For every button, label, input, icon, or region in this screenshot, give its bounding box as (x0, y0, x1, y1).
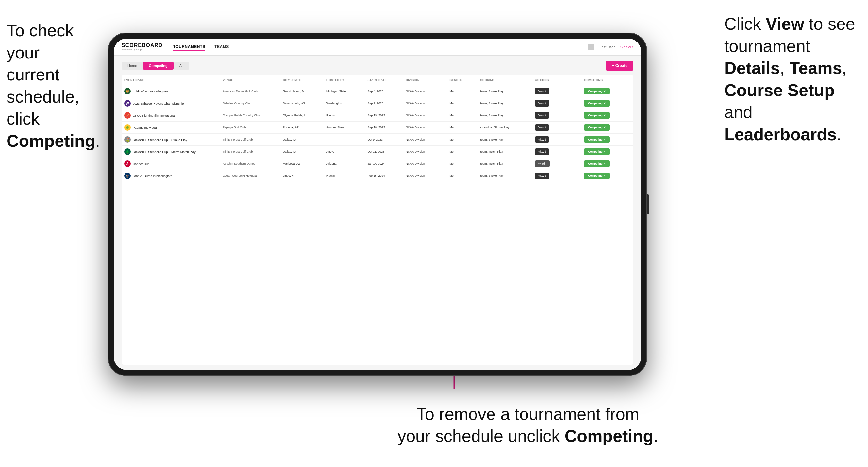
competing-button[interactable]: Competing ✓ (584, 88, 610, 94)
city-state-cell: Grand Haven, MI (280, 85, 324, 97)
city-state-cell: Maricopa, AZ (280, 158, 324, 170)
annotation-top-left: To check your current schedule, click Co… (6, 20, 111, 152)
nav-links: Tournaments Teams (173, 43, 588, 51)
gender-cell: Men (447, 158, 477, 170)
start-date-cell: Sep 9, 2023 (365, 97, 403, 110)
view-button[interactable]: View ℹ (535, 148, 549, 155)
division-cell: NCAA Division I (403, 85, 447, 97)
division-cell: NCAA Division I (403, 146, 447, 158)
sign-out-link[interactable]: Sign out (620, 45, 633, 49)
tablet-screen: SCOREBOARD Powered by clippi Tournaments… (114, 38, 641, 370)
competing-cell: Competing ✓ (581, 134, 633, 146)
scoring-cell: team, Stroke Play (478, 110, 532, 122)
tablet-side-button (647, 194, 649, 214)
venue-cell: American Dunes Golf Club (220, 85, 280, 97)
gender-cell: Men (447, 97, 477, 110)
city-state-cell: Olympia Fields, IL (280, 110, 324, 122)
nav-link-teams[interactable]: Teams (214, 43, 229, 51)
start-date-cell: Oct 9, 2023 (365, 134, 403, 146)
brand-name: SCOREBOARD (122, 43, 163, 48)
tournaments-table: EVENT NAME VENUE CITY, STATE HOSTED BY S… (122, 75, 633, 182)
event-name-cell: 🦁 Folds of Honor Collegiate (122, 85, 220, 97)
th-gender: GENDER (447, 75, 477, 85)
competing-button[interactable]: Competing ✓ (584, 173, 610, 179)
competing-cell: Competing ✓ (581, 85, 633, 97)
venue-cell: Trinity Forest Golf Club (220, 146, 280, 158)
view-button[interactable]: View ℹ (535, 124, 549, 131)
competing-button[interactable]: Competing ✓ (584, 136, 610, 143)
table-row: W 2023 Sahalee Players Championship Saha… (122, 97, 633, 110)
scoreboard-logo: SCOREBOARD Powered by clippi (122, 43, 163, 51)
view-button[interactable]: View ℹ (535, 112, 549, 119)
table-row: 🦁 Folds of Honor Collegiate American Dun… (122, 85, 633, 97)
user-name: Test User (600, 45, 615, 49)
scoring-cell: team, Stroke Play (478, 134, 532, 146)
view-button[interactable]: View ℹ (535, 173, 549, 179)
gender-cell: Men (447, 134, 477, 146)
start-date-cell: Sep 15, 2023 (365, 110, 403, 122)
main-content: Home Competing All + Create EVENT NAME V… (114, 56, 641, 370)
event-name-text: 2023 Sahalee Players Championship (133, 102, 184, 105)
table-row: 🦅 John A. Burns Intercollegiate Ocean Co… (122, 170, 633, 182)
event-name-text: Papago Individual (133, 126, 157, 129)
division-cell: NCAA Division I (403, 122, 447, 134)
tablet-device: SCOREBOARD Powered by clippi Tournaments… (108, 33, 647, 376)
view-button[interactable]: View ℹ (535, 136, 549, 143)
th-division: DIVISION (403, 75, 447, 85)
tab-all[interactable]: All (174, 62, 189, 70)
city-state-cell: Phoenix, AZ (280, 122, 324, 134)
team-logo: 🌲 (124, 148, 131, 155)
team-logo: ⛳ (124, 136, 131, 143)
hosted-by-cell: Illinois (324, 110, 365, 122)
th-city-state: CITY, STATE (280, 75, 324, 85)
team-logo: 🏹 (124, 112, 131, 119)
scoring-cell: team, Stroke Play (478, 85, 532, 97)
event-name-cell: W 2023 Sahalee Players Championship (122, 97, 220, 110)
nav-right: Test User Sign out (588, 44, 633, 50)
actions-cell: View ℹ (532, 170, 582, 182)
gender-cell: Men (447, 170, 477, 182)
th-scoring: SCORING (478, 75, 532, 85)
event-name-cell: 🏹 OFCC Fighting Illini Invitational (122, 110, 220, 122)
user-icon (588, 44, 594, 50)
scoring-cell: team, Match Play (478, 146, 532, 158)
table-row: A Copper Cup Ak-Chin Southern DunesMaric… (122, 158, 633, 170)
nav-link-tournaments[interactable]: Tournaments (173, 43, 206, 51)
city-state-cell: Dallas, TX (280, 134, 324, 146)
view-button[interactable]: View ℹ (535, 100, 549, 106)
competing-cell: Competing ✓ (581, 158, 633, 170)
start-date-cell: Sep 18, 2023 (365, 122, 403, 134)
hosted-by-cell: Arizona State (324, 122, 365, 134)
hosted-by-cell: Arizona (324, 158, 365, 170)
venue-cell: Trinity Forest Golf Club (220, 134, 280, 146)
competing-button[interactable]: Competing ✓ (584, 124, 610, 131)
division-cell: NCAA Division I (403, 158, 447, 170)
tab-competing[interactable]: Competing (143, 62, 173, 70)
competing-button[interactable]: Competing ✓ (584, 148, 610, 155)
competing-button[interactable]: Competing ✓ (584, 100, 610, 106)
th-hosted-by: HOSTED BY (324, 75, 365, 85)
table-body: 🦁 Folds of Honor Collegiate American Dun… (122, 85, 633, 182)
actions-cell: View ℹ (532, 97, 582, 110)
start-date-cell: Feb 15, 2024 (365, 170, 403, 182)
division-cell: NCAA Division I (403, 134, 447, 146)
event-name-text: Jackson T. Stephens Cup – Men's Match Pl… (133, 150, 196, 154)
competing-cell: Competing ✓ (581, 110, 633, 122)
event-name-text: OFCC Fighting Illini Invitational (133, 114, 175, 117)
competing-button[interactable]: Competing ✓ (584, 160, 610, 167)
view-button[interactable]: View ℹ (535, 88, 549, 94)
edit-button[interactable]: ✏ Edit (535, 160, 550, 167)
event-name-text: Folds of Honor Collegiate (133, 90, 168, 93)
division-cell: NCAA Division I (403, 110, 447, 122)
start-date-cell: Jan 14, 2024 (365, 158, 403, 170)
create-button[interactable]: + Create (606, 61, 633, 71)
table-row: 🏹 OFCC Fighting Illini Invitational Olym… (122, 110, 633, 122)
division-cell: NCAA Division I (403, 97, 447, 110)
tab-home[interactable]: Home (122, 62, 143, 70)
city-state-cell: Sammamish, WA (280, 97, 324, 110)
annotation-bottom: To remove a tournament from your schedul… (394, 403, 662, 447)
competing-button[interactable]: Competing ✓ (584, 112, 610, 119)
event-name-cell: A Copper Cup (122, 158, 220, 170)
th-actions: ACTIONS (532, 75, 582, 85)
event-name-cell: 🌵 Papago Individual (122, 122, 220, 134)
